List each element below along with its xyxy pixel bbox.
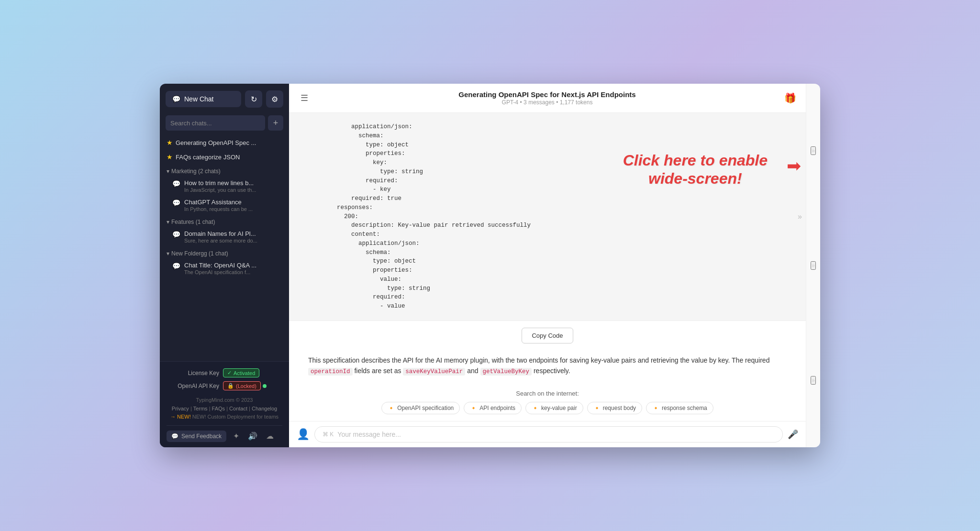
sub-chat-3[interactable]: 💬 Domain Names for AI Pl... Sure, here a…: [163, 227, 286, 246]
search-tag-1[interactable]: 🔸 OpenAPI specification: [381, 402, 460, 414]
pinned-chat-2[interactable]: ★ FAQs categorize JSON ✏ 🗑: [163, 150, 286, 164]
sub-chat-2[interactable]: 💬 ChatGPT Assistance In Python, requests…: [163, 196, 286, 215]
search-tag-2[interactable]: 🔸 API endpoints: [464, 402, 522, 414]
sub-chat-2-delete[interactable]: 🗑: [277, 199, 282, 206]
sub-chat-1-edit[interactable]: ✏: [270, 180, 275, 187]
search-tag-icon-4: 🔸: [593, 405, 601, 411]
add-chat-button[interactable]: +: [268, 115, 283, 131]
sub-chat-3-edit[interactable]: ✏: [270, 231, 275, 238]
search-input[interactable]: [166, 115, 265, 131]
delete-icon-2[interactable]: 🗑: [277, 154, 282, 160]
pinned-chat-2-title: FAQs categorize JSON: [176, 154, 267, 161]
sub-chat-4-title: Chat Title: OpenAI Q&A ...: [184, 262, 266, 269]
cloud-button[interactable]: ☁: [264, 430, 276, 442]
sidebar-header: 💬 New Chat ↻ ⚙: [160, 84, 289, 112]
main-header: ☰ Generating OpenAPI Spec for Next.js AP…: [289, 84, 806, 113]
folder-new-delete[interactable]: 🗑: [277, 250, 282, 257]
license-key-row: License Key ✓ Activated: [167, 366, 282, 379]
search-tag-icon-2: 🔸: [470, 405, 477, 411]
expand-top-button[interactable]: »: [811, 146, 816, 155]
message-text: This specification describes the API for…: [289, 350, 806, 384]
sub-chat-4[interactable]: 💬 Chat Title: OpenAI Q&A ... The OpenAI …: [163, 259, 286, 278]
sparkle-icon: ✦: [233, 432, 239, 440]
deployment-label: NEW! Custom Deployment for teams: [192, 414, 278, 420]
message-text-2: fields are set as: [354, 367, 403, 375]
chevron-right-icon: »: [798, 212, 802, 221]
chat-icon-2: 💬: [172, 199, 180, 207]
microphone-button[interactable]: 🎤: [788, 429, 798, 440]
sub-chat-4-preview: The OpenAI specification f...: [184, 269, 266, 275]
message-text-content: This specification describes the API for…: [308, 356, 769, 364]
shortcut-key: ⌘ K: [323, 431, 334, 438]
search-tag-5[interactable]: 🔸 response schema: [646, 402, 713, 414]
edit-icon[interactable]: ✏: [270, 139, 275, 146]
delete-icon[interactable]: 🗑: [277, 139, 282, 146]
search-tag-3[interactable]: 🔸 key-value pair: [525, 402, 583, 414]
folder-marketing[interactable]: ▾ Marketing (2 chats) ✏ 🗑: [163, 164, 286, 177]
action-buttons: ↻ Regenerate ↗ Share 📚 Library ↺ Reset C…: [289, 420, 806, 421]
folder-delete-icon[interactable]: 🗑: [277, 168, 282, 175]
sub-chat-2-content: ChatGPT Assistance In Python, requests c…: [184, 199, 266, 212]
search-tag-4[interactable]: 🔸 request body: [587, 402, 642, 414]
gift-icon[interactable]: 🎁: [784, 92, 796, 104]
expand-bottom-button[interactable]: »: [811, 376, 816, 385]
message-input-wrapper: ⌘ K: [314, 426, 783, 442]
sound-button[interactable]: 🔊: [246, 430, 259, 442]
refresh-button[interactable]: ↻: [245, 90, 262, 108]
changelog-link[interactable]: Changelog: [252, 406, 277, 411]
code-block: application/json: schema: type: object p…: [289, 113, 806, 321]
sub-chat-3-content: Domain Names for AI Pl... Sure, here are…: [184, 230, 266, 243]
folder-features-delete[interactable]: 🗑: [277, 219, 282, 225]
folder-features-edit[interactable]: ✏: [270, 219, 275, 225]
microphone-icon: 🎤: [788, 430, 798, 439]
sub-chat-2-title: ChatGPT Assistance: [184, 199, 266, 206]
folder-features-label: Features (1 chat): [171, 219, 215, 225]
send-feedback-button[interactable]: 💬 Send Feedback: [167, 431, 226, 442]
hamburger-button[interactable]: ☰: [299, 91, 310, 105]
sub-chat-1[interactable]: 💬 How to trim new lines b... In JavaScri…: [163, 177, 286, 196]
message-input[interactable]: [337, 431, 775, 438]
locked-badge: 🔒 (Locked): [223, 381, 261, 390]
feedback-label: Send Feedback: [181, 433, 222, 440]
chat-icon-4: 💬: [172, 262, 180, 270]
copy-code-button[interactable]: Copy Code: [522, 328, 573, 343]
sub-chat-4-delete[interactable]: 🗑: [277, 263, 282, 269]
magic-button[interactable]: ✦: [231, 430, 241, 442]
star-icon: ★: [167, 139, 173, 146]
keyboard-shortcut: ⌘ K: [323, 431, 334, 438]
contact-link[interactable]: Contact: [229, 406, 247, 411]
sub-chat-2-edit[interactable]: ✏: [270, 199, 275, 206]
sidebar-bottom-bar: 💬 Send Feedback ✦ 🔊 ☁: [167, 425, 282, 442]
sub-chat-1-delete[interactable]: 🗑: [277, 180, 282, 187]
sub-chat-1-title: How to trim new lines b...: [184, 179, 266, 187]
activated-label: Activated: [234, 370, 255, 376]
folder-features[interactable]: ▾ Features (1 chat) ✏ 🗑: [163, 215, 286, 227]
avatar-button[interactable]: 👤: [297, 428, 310, 441]
faqs-link[interactable]: FAQs: [212, 406, 225, 411]
sidebar: 💬 New Chat ↻ ⚙ + ★ Generating OpenAPI Sp…: [160, 84, 289, 447]
input-area: 👤 ⌘ K 🎤: [289, 421, 806, 447]
green-status-dot: [263, 384, 267, 388]
search-internet-section: Search on the internet: 🔸 OpenAPI specif…: [289, 384, 806, 420]
chat-icon-3: 💬: [172, 231, 180, 238]
person-icon: 👤: [297, 428, 310, 440]
copyright-text: TypingMind.com © 2023: [196, 397, 253, 403]
chat-title: Generating OpenAPI Spec for Next.js API …: [310, 90, 784, 99]
expand-right-button[interactable]: »: [798, 212, 802, 221]
privacy-link[interactable]: Privacy: [172, 406, 189, 411]
terms-link[interactable]: Terms: [193, 406, 208, 411]
folder-new-edit[interactable]: ✏: [270, 250, 275, 257]
activated-badge: ✓ Activated: [223, 368, 259, 377]
sub-chat-4-edit[interactable]: ✏: [270, 263, 275, 269]
settings-button[interactable]: ⚙: [266, 90, 283, 108]
new-chat-button[interactable]: 💬 New Chat: [166, 91, 241, 107]
pinned-chat-1[interactable]: ★ Generating OpenAPI Spec ... ✏ 🗑: [163, 135, 286, 150]
folder-new[interactable]: ▾ New Foldergg (1 chat) ✏ 🗑: [163, 246, 286, 259]
chat-bubble-icon: 💬: [172, 95, 180, 103]
sub-chat-3-delete[interactable]: 🗑: [277, 231, 282, 238]
folder-edit-icon[interactable]: ✏: [270, 168, 275, 175]
refresh-icon: ↻: [251, 95, 257, 104]
expand-mid-button[interactable]: »: [811, 261, 816, 270]
edit-icon-2[interactable]: ✏: [270, 154, 275, 160]
search-tag-icon-1: 🔸: [388, 405, 395, 411]
